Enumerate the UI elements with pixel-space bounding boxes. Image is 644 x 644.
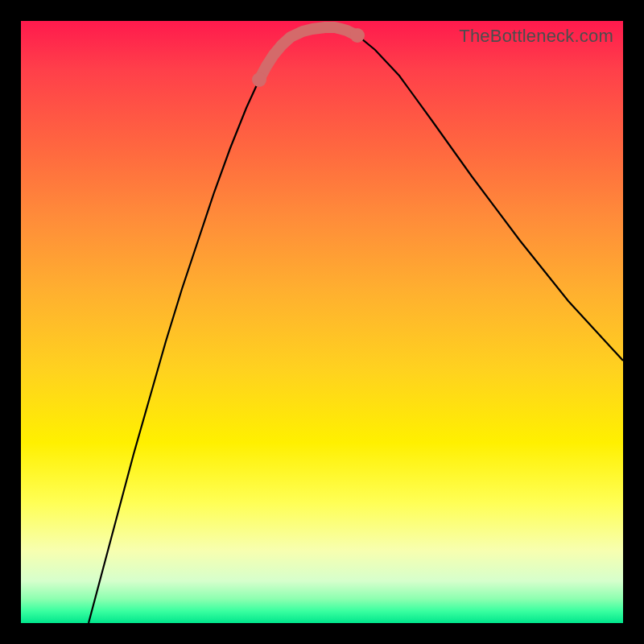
chart-frame: TheBottleneck.com — [0, 0, 644, 644]
chart-plot-area: TheBottleneck.com — [21, 21, 623, 623]
series-highlight-band — [259, 27, 357, 80]
series-main-curve — [89, 26, 623, 623]
chart-overlay-svg — [21, 21, 623, 623]
highlight-end-dot — [350, 28, 365, 43]
highlight-start-dot — [252, 72, 266, 87]
